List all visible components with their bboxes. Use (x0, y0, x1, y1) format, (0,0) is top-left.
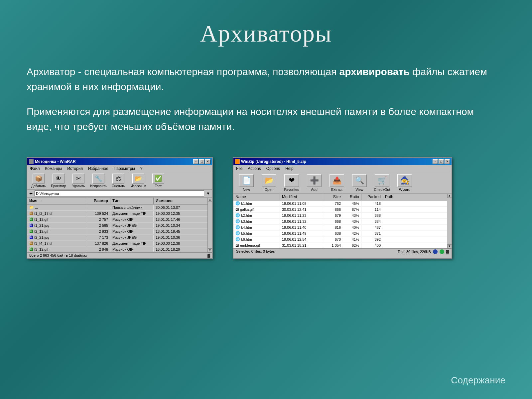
winrar-add-button[interactable]: 📦 Добавить (29, 174, 48, 188)
zcol-name[interactable]: Name (233, 194, 280, 200)
zcol-size[interactable]: Size (323, 194, 343, 200)
file-packed: 388 (361, 213, 383, 218)
winzip-menu-actions[interactable]: Actions (246, 166, 262, 171)
winzip-minimize-button[interactable]: – (433, 159, 438, 164)
file-modified: 19.06.01 11:49 (280, 231, 323, 236)
winrar-menu-file[interactable]: Файл (29, 166, 41, 171)
winrar-maximize-button[interactable]: □ (199, 159, 204, 164)
zcol-modified[interactable]: Modified (280, 194, 323, 200)
file-modified: 19.06.01 12:54 (280, 237, 323, 242)
table-row: 🖼emblema.gif 31.03.01 18:21 1 054 62% 40… (233, 242, 447, 248)
htm-icon: 🌐 (235, 201, 240, 205)
winzip-status-total: Total 30 files, 226KB (398, 250, 431, 254)
winrar-preview-button[interactable]: 👁 Просмотр (49, 174, 68, 188)
table-row: 🌐k4.htm 19.06.01 11:40 816 40% 487 (233, 224, 447, 230)
para1-text1: Архиватор - специальная компьютерная про… (27, 66, 339, 77)
file-size: 2 757 (87, 217, 110, 222)
winzip-wizard-button[interactable]: 🧙 Wizard (394, 174, 415, 192)
winrar-statusbar: Всего 2 663 456 байт в 18 файлах ▓ (27, 252, 212, 258)
winrar-minimize-button[interactable]: – (193, 159, 199, 164)
file-packed: 114 (361, 207, 383, 212)
winrar-dropdown-icon[interactable]: ▼ (206, 191, 210, 196)
col-size[interactable]: Размер (87, 198, 110, 204)
paragraph-1: Архиватор - специальная компьютерная про… (27, 64, 492, 94)
winzip-menu-file[interactable]: File (235, 166, 244, 171)
add-label: Добавить (31, 184, 46, 188)
slide: Архиваторы Архиватор - специальная компь… (0, 0, 532, 399)
winzip-favorites-button[interactable]: ❤ Favorites (281, 174, 302, 192)
file-ratio: 40% (343, 225, 361, 230)
winzip-close-button[interactable]: ✕ (445, 159, 450, 164)
col-name[interactable]: Имя → (27, 198, 87, 204)
open-label: Open (265, 188, 274, 192)
winzip-open-button[interactable]: 📂 Open (259, 174, 279, 192)
winzip-menu-options[interactable]: Options (265, 166, 281, 171)
winrar-menu-history[interactable]: История (66, 166, 84, 171)
winrar-back-icon[interactable]: ⬅ (29, 191, 33, 196)
winzip-menu-help[interactable]: Help (284, 166, 295, 171)
winrar-filelist-header: Имя → Размер Тип Изменен (27, 198, 207, 204)
winrar-controls[interactable]: – □ ✕ (193, 159, 210, 164)
winzip-title-area: WinZip (Unregistered) - Html_5.zip (235, 159, 306, 164)
col-type[interactable]: Тип (110, 198, 154, 204)
zcol-path[interactable]: Path (383, 194, 403, 200)
winzip-controls[interactable]: – □ ✕ (433, 159, 450, 164)
winrar-scrollbar[interactable]: ▲ ▼ (207, 198, 212, 252)
winzip-new-button[interactable]: 📄 New (236, 174, 257, 192)
zcol-packed[interactable]: Packed (361, 194, 383, 200)
winzip-maximize-button[interactable]: □ (439, 159, 444, 164)
winzip-add-button[interactable]: ➕ Add (304, 174, 325, 192)
winrar-window: Методичка - WinRAR – □ ✕ Файл Команды Ис… (27, 157, 213, 259)
scroll-down-button[interactable]: ▼ (447, 244, 452, 248)
paragraph-2: Применяются для размещение информации на… (27, 104, 492, 134)
file-modified: 31.03.01 18:21 (280, 243, 323, 248)
file-name: 🖼galka.gif (233, 207, 280, 212)
gif-icon: 🖼 (235, 243, 239, 247)
winrar-menu-commands[interactable]: Команды (44, 166, 64, 171)
file-size (87, 207, 110, 208)
scroll-up-button[interactable]: ▲ (208, 198, 212, 202)
winzip-checkout-button[interactable]: 🛒 CheckOut (372, 174, 392, 192)
winzip-scrollbar[interactable]: ▲ ▼ (447, 194, 452, 248)
file-ratio: 42% (343, 231, 361, 236)
winzip-extract-button[interactable]: 📤 Extract (327, 174, 347, 192)
winrar-menu-help[interactable]: ? (139, 166, 144, 171)
winrar-delete-button[interactable]: ✂ Удалить (69, 174, 88, 188)
winrar-progress-icon: ▓ (207, 253, 210, 257)
table-row: 🌐k5.htm 19.06.01 11:49 638 42% 371 (233, 230, 447, 236)
table-row: 🖼t3_t4_17.tif 137 826 Документ Image TIF… (27, 240, 207, 246)
col-date[interactable]: Изменен (154, 198, 197, 204)
winzip-status-left: Selected 0 files, 0 bytes (236, 249, 275, 254)
winrar-repair-button[interactable]: 🔧 Исправить (89, 174, 108, 188)
file-path (383, 203, 403, 204)
file-path (383, 221, 403, 222)
winrar-extract-button[interactable]: 📂 Извлечь в (129, 174, 148, 188)
file-name: 🌐k5.htm (233, 231, 280, 236)
test-icon: ✅ (152, 174, 164, 184)
preview-label: Просмотр (51, 184, 66, 188)
winrar-address-input[interactable]: D:\Методичка (35, 191, 204, 197)
zcol-ratio[interactable]: Ratio (343, 194, 361, 200)
file-ratio: 41% (343, 237, 361, 242)
new-label: New (243, 188, 250, 192)
winrar-titlebar: Методичка - WinRAR – □ ✕ (27, 158, 212, 165)
winrar-test-button[interactable]: ✅ Тест (149, 174, 168, 188)
file-path (383, 245, 403, 246)
htm-icon: 🌐 (235, 231, 240, 235)
file-type: Документ Image TIF (110, 211, 154, 216)
file-name: 🌐k6.htm (233, 237, 280, 242)
scroll-down-button[interactable]: ▼ (208, 248, 212, 252)
file-packed: 487 (361, 225, 383, 230)
winzip-view-button[interactable]: 🔍 View (349, 174, 370, 192)
estimate-label: Оценить (112, 184, 125, 188)
jpg-icon: 🖼 (29, 223, 33, 228)
scroll-up-button[interactable]: ▲ (447, 194, 452, 198)
contents-link[interactable]: Содержание (451, 375, 505, 386)
winrar-status-text: Всего 2 663 456 байт в 18 файлах (29, 253, 87, 257)
winrar-close-button[interactable]: ✕ (205, 159, 210, 164)
winrar-menu-favorites[interactable]: Избранное (87, 166, 110, 171)
file-date: 13.01.01 17:46 (154, 217, 197, 222)
file-date: 30.06.01 13:07 (154, 205, 197, 210)
winrar-estimate-button[interactable]: ⚖ Оценить (109, 174, 128, 188)
winrar-menu-params[interactable]: Параметры (112, 166, 136, 171)
